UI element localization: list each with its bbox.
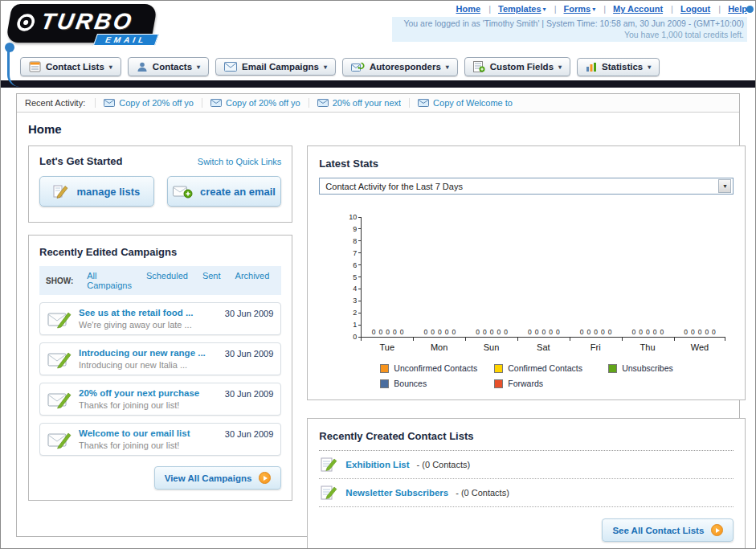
legend-swatch	[380, 364, 389, 373]
create-email-button[interactable]: create an email	[167, 176, 282, 207]
y-axis-label: 6	[353, 261, 362, 269]
bar-group: 00000	[414, 329, 466, 338]
campaign-filter-tab[interactable]: Archived	[230, 269, 276, 292]
tab-contact-lists[interactable]: Contact Lists ▾	[20, 57, 121, 76]
recent-activity-link[interactable]: Copy of 20% off yo	[226, 98, 300, 108]
contact-activity-chart: 00000000000000000000000000000000000 1098…	[343, 217, 725, 388]
legend-item: Unsubscribes	[608, 363, 722, 373]
stats-period-select[interactable]: Contact Activity for the Last 7 Days ▼	[319, 178, 734, 195]
campaign-row[interactable]: 20% off your next purchase Thanks for jo…	[39, 383, 281, 416]
bar-value-label: 0	[379, 329, 383, 336]
app-logo[interactable]: TURBO EMAIL	[9, 4, 154, 43]
bar-value-label: 0	[535, 329, 539, 336]
recent-activity-link[interactable]: Copy of Welcome to	[433, 98, 513, 108]
x-axis-label: Sun	[465, 338, 517, 352]
recent-activity-item[interactable]: 20% off your next	[309, 98, 409, 108]
campaign-row[interactable]: Introducing our new range ... Introducin…	[39, 342, 281, 375]
contact-list-link[interactable]: Newsletter Subscribers	[345, 488, 448, 498]
logo-title: TURBO	[39, 9, 136, 34]
logo-background: TURBO EMAIL	[6, 4, 157, 43]
bar-value-label: 0	[646, 329, 650, 336]
bar-value-label: 0	[586, 329, 590, 336]
campaign-title-link[interactable]: See us at the retail food ...	[79, 308, 218, 318]
latest-stats-panel: Latest Stats Contact Activity for the La…	[307, 145, 746, 400]
recent-activity-link[interactable]: 20% off your next	[333, 98, 401, 108]
statistics-icon	[586, 62, 597, 72]
bar-value-label: 0	[549, 329, 553, 336]
recent-contact-lists-panel: Recently Created Contact Lists Exhibitio…	[307, 418, 746, 549]
campaign-date: 30 Jun 2009	[225, 389, 274, 399]
bar-value-label: 0	[504, 329, 508, 336]
bar-value-label: 0	[490, 329, 494, 336]
main-area: Let's Get Started Switch to Quick Links …	[17, 139, 739, 549]
tab-label: Statistics	[602, 62, 643, 72]
email-plus-icon	[173, 185, 193, 199]
campaign-list: See us at the retail food ... We're givi…	[39, 302, 281, 456]
view-all-campaigns-button[interactable]: View All Campaigns	[154, 466, 282, 490]
bar-value-label: 0	[580, 329, 584, 336]
switch-quick-links-link[interactable]: Switch to Quick Links	[198, 157, 282, 166]
chevron-down-icon: ▾	[558, 64, 562, 71]
tab-email-campaigns[interactable]: Email Campaigns ▾	[215, 58, 336, 76]
campaign-filter-tab[interactable]: All Campaigns	[81, 269, 137, 292]
campaign-filter-tab[interactable]: Sent	[197, 269, 227, 292]
y-axis-label: 2	[353, 309, 362, 317]
y-axis-label: 9	[353, 225, 362, 233]
email-icon	[418, 99, 429, 107]
recent-activity-item[interactable]: Copy of Welcome to	[409, 98, 521, 108]
campaign-subtitle: Thanks for joining our list!	[79, 400, 218, 410]
pencil-icon	[53, 183, 69, 199]
bar-value-label: 0	[528, 329, 532, 336]
legend-item: Confirmed Contacts	[494, 363, 608, 373]
edit-list-icon	[321, 457, 338, 473]
top-link-home[interactable]: Home	[456, 4, 481, 14]
bar-group: 00000	[570, 329, 622, 338]
latest-stats-title: Latest Stats	[319, 158, 378, 170]
legend-swatch	[380, 379, 389, 388]
bar-value-label: 0	[639, 329, 643, 336]
bar-value-label: 0	[698, 329, 702, 336]
bar-value-label: 0	[631, 329, 635, 336]
show-label: SHOW:	[46, 277, 73, 285]
recent-campaigns-panel: Recently Edited Campaigns SHOW: All Camp…	[28, 235, 292, 501]
tab-statistics[interactable]: Statistics ▾	[577, 58, 660, 76]
legend-item: Unconfirmed Contacts	[380, 363, 494, 373]
campaigns-filter-bar: SHOW: All Campaigns Scheduled Sent Archi…	[39, 266, 281, 295]
recent-activity-link[interactable]: Copy of 20% off yo	[119, 98, 194, 108]
tab-autoresponders[interactable]: Autoresponders ▾	[342, 58, 458, 76]
tab-custom-fields[interactable]: Custom Fields ▾	[464, 57, 570, 76]
campaign-row[interactable]: See us at the retail food ... We're givi…	[39, 302, 281, 335]
campaign-title-link[interactable]: Welcome to our email list	[79, 428, 218, 438]
contact-list-link[interactable]: Exhibition List	[345, 460, 409, 469]
campaign-subtitle: We're giving away our late ...	[79, 320, 218, 330]
x-axis-label: Sat	[517, 338, 570, 352]
top-link-templates[interactable]: Templates	[498, 4, 541, 14]
legend-swatch	[494, 379, 503, 388]
campaign-title-link[interactable]: 20% off your next purchase	[79, 388, 218, 398]
recent-activity-item[interactable]: Copy of 20% off yo	[95, 98, 202, 108]
campaign-row[interactable]: Welcome to our email list Thanks for joi…	[39, 423, 281, 456]
tab-label: Email Campaigns	[242, 62, 319, 72]
campaign-filter-tab[interactable]: Scheduled	[141, 269, 194, 292]
chevron-down-icon: ▾	[592, 6, 595, 13]
top-link-help[interactable]: Help	[728, 4, 747, 14]
header: TURBO EMAIL Home Templates▾ Forms▾ My Ac…	[1, 1, 755, 52]
view-all-campaigns-label: View All Campaigns	[165, 473, 252, 483]
see-all-contact-lists-button[interactable]: See All Contact Lists	[602, 518, 734, 542]
bar-value-label: 0	[653, 329, 657, 336]
recent-activity-item[interactable]: Copy of 20% off yo	[202, 98, 309, 108]
bar-group: 00000	[518, 329, 570, 338]
top-link-my-account[interactable]: My Account	[613, 4, 663, 14]
stats-period-value: Contact Activity for the Last 7 Days	[325, 182, 463, 191]
top-link-logout[interactable]: Logout	[680, 4, 710, 14]
campaign-title-link[interactable]: Introducing our new range ...	[79, 348, 218, 358]
login-strip: You are logged in as 'Timothy Smith' | S…	[392, 17, 747, 42]
campaign-edit-icon	[47, 430, 72, 449]
contact-list-row[interactable]: Newsletter Subscribers - (0 Contacts)	[319, 479, 734, 507]
manage-lists-button[interactable]: manage lists	[39, 176, 154, 207]
campaign-subtitle: Introducing our new Italia ...	[79, 360, 218, 370]
top-link-forms[interactable]: Forms	[564, 4, 591, 14]
contact-list-row[interactable]: Exhibition List - (0 Contacts)	[319, 451, 734, 479]
tab-contacts[interactable]: Contacts ▾	[128, 57, 209, 76]
contacts-icon	[137, 61, 148, 72]
